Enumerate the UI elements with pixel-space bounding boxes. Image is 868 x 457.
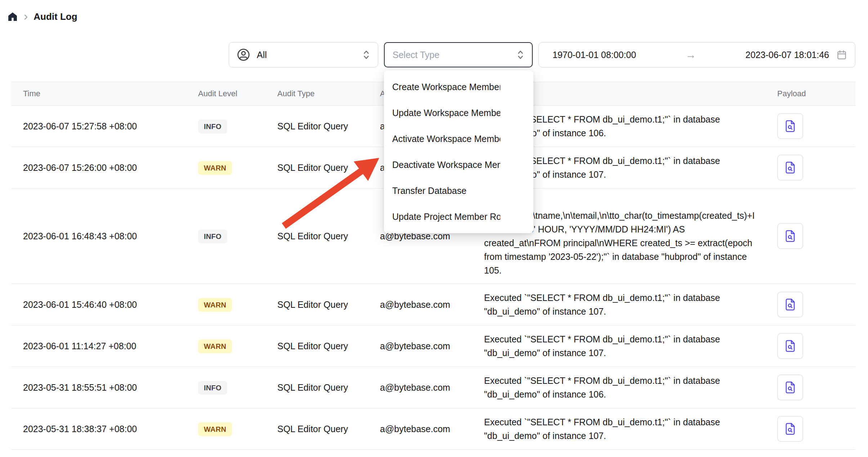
- file-search-icon: [783, 339, 797, 353]
- cell-time: 2023-06-01 15:46:40 +08:00: [11, 291, 194, 318]
- cell-actor: a@bytebase.com: [380, 416, 479, 442]
- table-row: 2023-05-31 18:38:37 +08:00 WARN SQL Edit…: [11, 408, 855, 450]
- payload-view-button[interactable]: [777, 374, 803, 400]
- cell-time: 2023-06-07 15:26:00 +08:00: [11, 154, 194, 181]
- payload-view-button[interactable]: [777, 333, 803, 359]
- dropdown-option-label: Update Workspace Member: [392, 108, 500, 118]
- audit-level-badge: WARN: [198, 298, 232, 312]
- audit-level-badge: INFO: [198, 120, 227, 133]
- cell-audit-type: SQL Editor Query: [277, 291, 380, 318]
- audit-level-badge: WARN: [198, 340, 232, 353]
- cell-audit-type: SQL Editor Query: [277, 223, 380, 249]
- cell-actor: a@bytebase.com: [380, 374, 479, 401]
- calendar-icon: [836, 49, 847, 60]
- dropdown-option[interactable]: Transfer Database: [384, 178, 533, 204]
- audit-level-badge: INFO: [198, 230, 227, 243]
- file-search-icon: [783, 298, 797, 311]
- chevron-up-down-icon: [362, 49, 371, 61]
- user-circle-icon: [236, 48, 251, 62]
- home-icon[interactable]: [7, 11, 18, 22]
- cell-time: 2023-06-01 16:48:43 +08:00: [11, 223, 194, 249]
- cell-audit-type: SQL Editor Query: [277, 113, 380, 139]
- payload-view-button[interactable]: [777, 416, 803, 442]
- filter-bar: All Select Type 1970-01-01 08:00:00 → 20…: [0, 42, 868, 67]
- actor-filter-select[interactable]: All: [229, 42, 378, 67]
- cell-actor: a@bytebase.com: [380, 333, 479, 359]
- cell-time: 2023-05-31 18:38:37 +08:00: [11, 416, 194, 442]
- table-row: 2023-06-01 11:14:27 +08:00 WARN SQL Edit…: [11, 325, 855, 367]
- cell-comment: Executed `"SELECT * FROM db_ui_demo.t1;"…: [479, 284, 767, 325]
- cell-audit-type: SQL Editor Query: [277, 333, 380, 359]
- cell-time: 2023-06-01 11:14:27 +08:00: [11, 333, 194, 359]
- date-range-arrow-icon: →: [636, 49, 746, 61]
- cell-time: 2023-06-07 15:27:58 +08:00: [11, 113, 194, 139]
- payload-view-button[interactable]: [777, 113, 803, 139]
- breadcrumb: › Audit Log: [0, 0, 868, 33]
- actor-filter-value: All: [257, 50, 267, 60]
- file-search-icon: [783, 229, 797, 243]
- file-search-icon: [783, 161, 797, 174]
- cell-time: 2023-05-31 18:55:51 +08:00: [11, 374, 194, 401]
- table-row: 2023-06-01 15:46:40 +08:00 WARN SQL Edit…: [11, 284, 855, 325]
- cell-actor: a@bytebase.com: [380, 291, 479, 318]
- audit-type-dropdown: Create Workspace Member Update Workspace…: [384, 70, 533, 233]
- date-range-picker[interactable]: 1970-01-01 08:00:00 → 2023-06-07 18:01:4…: [538, 42, 855, 67]
- dropdown-option[interactable]: Activate Workspace Member: [384, 126, 533, 152]
- breadcrumb-separator-icon: ›: [24, 10, 28, 23]
- dropdown-option[interactable]: Deactivate Workspace Member: [384, 152, 533, 178]
- file-search-icon: [783, 381, 797, 394]
- payload-view-button[interactable]: [777, 155, 803, 181]
- column-header-payload: Payload: [767, 89, 855, 98]
- audit-level-badge: WARN: [198, 422, 232, 436]
- file-search-icon: [783, 422, 797, 436]
- page-title: Audit Log: [33, 11, 77, 22]
- dropdown-option-label: Transfer Database: [392, 186, 500, 196]
- cell-audit-type: SQL Editor Query: [277, 374, 380, 401]
- audit-level-badge: INFO: [198, 381, 227, 395]
- dropdown-option-label: Create Workspace Member: [392, 82, 500, 92]
- audit-type-filter-select[interactable]: Select Type: [384, 42, 533, 67]
- audit-type-placeholder: Select Type: [393, 50, 439, 60]
- payload-view-button[interactable]: [777, 223, 803, 249]
- cell-audit-type: SQL Editor Query: [277, 416, 380, 442]
- cell-comment: Executed `"SELECT * FROM db_ui_demo.t1;"…: [479, 409, 767, 449]
- dropdown-option[interactable]: Update Project Member Role: [384, 204, 533, 230]
- audit-level-badge: WARN: [198, 161, 232, 175]
- payload-view-button[interactable]: [777, 292, 803, 318]
- dropdown-option[interactable]: Create Workspace Member: [384, 74, 533, 100]
- date-range-end: 2023-06-07 18:01:46: [746, 50, 829, 60]
- table-row: 2023-05-31 18:55:51 +08:00 INFO SQL Edit…: [11, 367, 855, 408]
- cell-comment: Executed `"SELECT * FROM db_ui_demo.t1;"…: [479, 367, 767, 408]
- column-header-level: Audit Level: [194, 89, 277, 98]
- chevron-up-down-icon: [516, 49, 525, 61]
- column-header-type: Audit Type: [277, 89, 380, 98]
- dropdown-option-label: Update Project Member Role: [392, 212, 500, 222]
- dropdown-option-label: Activate Workspace Member: [392, 134, 500, 144]
- file-search-icon: [783, 119, 797, 133]
- cell-comment: Executed `"SELECT * FROM db_ui_demo.t1;"…: [479, 326, 767, 366]
- dropdown-option[interactable]: Update Workspace Member: [384, 100, 533, 126]
- cell-audit-type: SQL Editor Query: [277, 154, 380, 181]
- date-range-start: 1970-01-01 08:00:00: [552, 50, 636, 60]
- dropdown-option-label: Deactivate Workspace Member: [392, 160, 500, 170]
- column-header-time: Time: [11, 89, 194, 98]
